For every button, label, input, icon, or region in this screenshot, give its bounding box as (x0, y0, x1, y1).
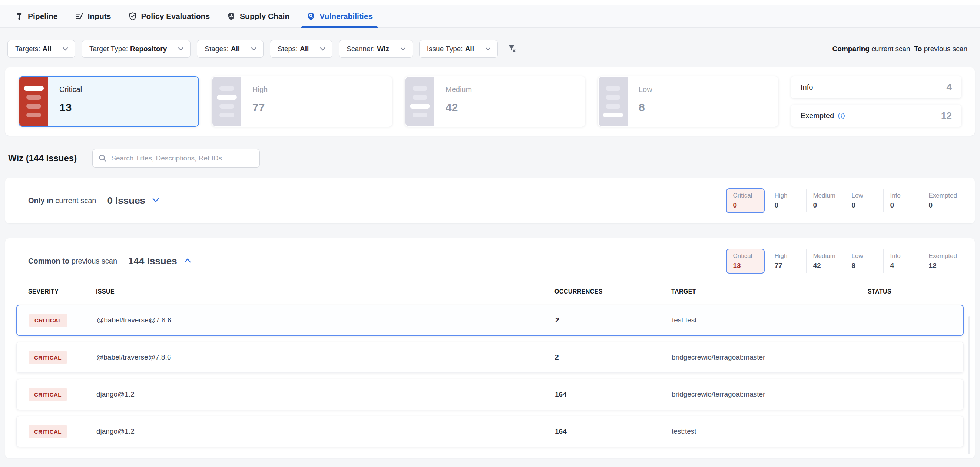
top-tab-bar: Pipeline Inputs Policy Evaluations (0, 0, 980, 28)
severity-chips: Critical 13 High 77 Medium 42 Low 8 Info… (726, 249, 964, 273)
supply-chain-shield-icon (227, 12, 236, 21)
table-header-row: SEVERITY ISSUE OCCURRENCES TARGET STATUS (16, 273, 964, 295)
tab-label: Supply Chain (240, 12, 290, 21)
filter-stages[interactable]: Stages:All (197, 40, 264, 58)
section-label: Only in current scan (28, 197, 96, 205)
chip-info[interactable]: Info 4 (883, 249, 922, 273)
severity-card-low[interactable]: Low 8 (598, 76, 778, 127)
filter-toolbar: Targets:All Target Type:Repository Stage… (0, 28, 980, 58)
chip-low[interactable]: Low 0 (845, 188, 883, 213)
collapse-section-button[interactable] (183, 257, 192, 265)
search-input[interactable] (92, 149, 260, 168)
chip-low[interactable]: Low 8 (845, 249, 883, 273)
scanner-header-row: Wiz (144 Issues) (8, 149, 980, 168)
chip-critical[interactable]: Critical 13 (726, 249, 765, 273)
severity-card-high[interactable]: High 77 (212, 76, 392, 127)
severity-card-medium[interactable]: Medium 42 (405, 76, 585, 127)
tab-policy-evaluations[interactable]: Policy Evaluations (128, 5, 210, 27)
chevron-down-icon (152, 197, 159, 203)
column-header-target: TARGET (671, 288, 868, 295)
section-common-to-previous-scan: Common to previous scan 144 Issues Criti… (5, 238, 975, 458)
filter-text: Target Type:Repository (89, 45, 167, 53)
severity-card-value: 13 (59, 101, 82, 114)
expand-section-button[interactable] (151, 197, 160, 205)
chevron-down-icon (251, 47, 256, 51)
severity-card-label: Low (639, 85, 652, 94)
chip-medium[interactable]: Medium 42 (806, 249, 845, 273)
severity-card-label: Critical (59, 85, 82, 94)
policy-shield-check-icon (128, 12, 137, 21)
severity-meter-icon (406, 77, 434, 126)
severity-badge: CRITICAL (29, 425, 67, 438)
issue-cell: django@1.2 (96, 390, 555, 399)
severity-card-value: 42 (445, 101, 472, 114)
chip-info[interactable]: Info 0 (883, 188, 922, 213)
severity-badge: CRITICAL (29, 388, 67, 401)
issue-cell: @babel/traverse@7.8.6 (97, 316, 555, 324)
column-header-occurrences: OCCURRENCES (555, 288, 671, 295)
filter-target-type[interactable]: Target Type:Repository (81, 40, 191, 58)
filter-steps[interactable]: Steps:All (270, 40, 332, 58)
filter-targets[interactable]: Targets:All (7, 40, 75, 58)
column-header-issue: ISSUE (96, 288, 555, 295)
tab-label: Vulnerabilities (320, 12, 372, 21)
section-issue-count: 144 Issues (128, 256, 177, 267)
target-cell: test:test (671, 427, 868, 435)
target-cell: test:test (672, 316, 869, 324)
occurrences-cell: 2 (555, 353, 671, 361)
table-row[interactable]: CRITICAL django@1.2 164 test:test (16, 416, 964, 447)
severity-meter-icon (598, 77, 627, 126)
info-card-label: Info (800, 83, 813, 92)
filter-text: Issue Type:All (427, 45, 474, 53)
funnel-clear-icon (507, 44, 517, 53)
tab-vulnerabilities[interactable]: Vulnerabilities (307, 5, 372, 27)
search-box (92, 149, 260, 168)
table-row[interactable]: CRITICAL @babel/traverse@7.8.6 2 test:te… (16, 305, 964, 336)
severity-card-value: 77 (252, 101, 267, 114)
chip-high[interactable]: High 0 (768, 188, 806, 213)
comparing-label: Comparing current scanTo previous scan (832, 45, 967, 53)
severity-badge: CRITICAL (29, 351, 67, 364)
chip-exempted[interactable]: Exempted 12 (922, 249, 964, 273)
info-circle-icon[interactable] (838, 112, 845, 120)
vulnerabilities-shield-search-icon (307, 12, 315, 21)
severity-meter-icon (212, 77, 241, 126)
exempted-card[interactable]: Exempted 12 (791, 105, 961, 127)
severity-card-label: High (252, 85, 267, 94)
column-header-severity: SEVERITY (28, 288, 96, 295)
table-row[interactable]: CRITICAL @babel/traverse@7.8.6 2 bridgec… (16, 342, 964, 373)
severity-meter-icon (19, 77, 48, 126)
filter-issue-type[interactable]: Issue Type:All (419, 40, 498, 58)
chip-high[interactable]: High 77 (768, 249, 806, 273)
severity-summary-panel: Critical 13 High 77 Medium 42 Low 8 I (5, 67, 975, 136)
occurrences-cell: 164 (555, 390, 671, 399)
filter-text: Steps:All (278, 45, 309, 53)
section-issue-count: 0 Issues (107, 195, 145, 206)
tab-supply-chain[interactable]: Supply Chain (227, 5, 290, 27)
scanner-title: Wiz (144 Issues) (8, 153, 77, 164)
tab-pipeline[interactable]: Pipeline (15, 5, 58, 27)
chevron-down-icon (320, 47, 325, 51)
column-header-status: STATUS (868, 288, 964, 295)
search-icon (98, 154, 107, 163)
tab-label: Pipeline (28, 12, 58, 21)
filter-text: Stages:All (205, 45, 240, 53)
tab-inputs[interactable]: Inputs (75, 5, 111, 27)
filter-text: Scanner:Wiz (347, 45, 389, 53)
filter-scanner[interactable]: Scanner:Wiz (339, 40, 413, 58)
filter-text: Targets:All (15, 45, 51, 53)
chip-exempted[interactable]: Exempted 0 (922, 188, 964, 213)
issue-cell: @babel/traverse@7.8.6 (96, 353, 555, 361)
table-row[interactable]: CRITICAL django@1.2 164 bridgecrewio/ter… (16, 379, 964, 410)
severity-card-critical[interactable]: Critical 13 (19, 76, 199, 127)
occurrences-cell: 2 (555, 316, 672, 324)
info-card[interactable]: Info 4 (791, 76, 961, 98)
pipeline-icon (15, 12, 24, 21)
clear-filters-button[interactable] (506, 42, 518, 56)
info-card-value: 4 (947, 81, 952, 93)
chip-critical[interactable]: Critical 0 (726, 188, 765, 213)
chevron-down-icon (63, 47, 68, 51)
table-scrollbar[interactable] (968, 316, 970, 454)
chip-medium[interactable]: Medium 0 (806, 188, 845, 213)
section-label: Common to previous scan (28, 257, 117, 265)
